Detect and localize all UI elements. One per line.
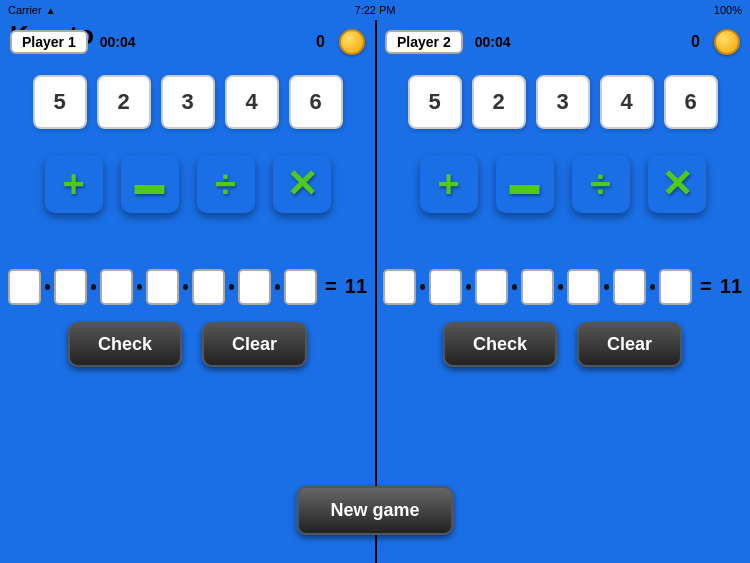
player2-eq-dot-1 [466, 284, 471, 290]
player2-eq-box-1[interactable] [429, 269, 462, 305]
player2-eq-box-0[interactable] [383, 269, 416, 305]
wifi-icon: ▲ [46, 5, 56, 16]
multiply-symbol: ✕ [286, 165, 318, 203]
player1-buttons: Check Clear [0, 314, 375, 374]
player2-eq-dot-4 [604, 284, 609, 290]
player2-eq-box-6[interactable] [659, 269, 692, 305]
player2-timer: 00:04 [475, 34, 511, 50]
player2-eq-box-3[interactable] [521, 269, 554, 305]
player2-buttons: Check Clear [375, 314, 750, 374]
player2-card-0[interactable]: 5 [408, 75, 462, 129]
player2-score: 0 [691, 33, 700, 51]
player2-eq-dot-2 [512, 284, 517, 290]
player1-op-plus[interactable]: + [45, 155, 103, 213]
player2-op-multiply[interactable]: ✕ [648, 155, 706, 213]
player1-ops: + ▬ ÷ ✕ [0, 139, 375, 229]
player1-eq-target: 11 [345, 275, 367, 298]
player1-timer: 00:04 [100, 34, 136, 50]
carrier-text: Carrier [8, 4, 42, 16]
divide-symbol-2: ÷ [590, 165, 611, 203]
multiply-symbol-2: ✕ [661, 165, 693, 203]
player1-eq-dot-3 [183, 284, 188, 290]
player2-op-plus[interactable]: + [420, 155, 478, 213]
player1-check-button[interactable]: Check [68, 322, 182, 367]
player2-panel: Player 2 00:04 0 5 2 3 4 6 + ▬ ÷ ✕ [375, 20, 750, 563]
player2-eq-box-5[interactable] [613, 269, 646, 305]
player1-header: Player 1 00:04 0 [0, 20, 375, 64]
player1-eq-dot-5 [275, 284, 280, 290]
player2-button[interactable]: Player 2 [385, 30, 463, 54]
player1-eq-dot-1 [91, 284, 96, 290]
status-bar: Carrier ▲ 7:22 PM 100% [0, 0, 750, 20]
player1-score: 0 [316, 33, 325, 51]
vertical-divider [375, 20, 377, 563]
player2-header: Player 2 00:04 0 [375, 20, 750, 64]
player1-card-4[interactable]: 6 [289, 75, 343, 129]
player2-equation: = 11 [375, 259, 750, 314]
player2-op-divide[interactable]: ÷ [572, 155, 630, 213]
player1-eq-box-6[interactable] [284, 269, 317, 305]
player1-op-multiply[interactable]: ✕ [273, 155, 331, 213]
player2-card-2[interactable]: 3 [536, 75, 590, 129]
player1-op-divide[interactable]: ÷ [197, 155, 255, 213]
player1-eq-box-4[interactable] [192, 269, 225, 305]
player2-eq-equals: = [700, 275, 712, 298]
main-area: Player 1 00:04 0 5 2 3 4 6 + ▬ ÷ ✕ [0, 20, 750, 563]
player2-clear-button[interactable]: Clear [577, 322, 682, 367]
player2-eq-box-4[interactable] [567, 269, 600, 305]
player2-coin [714, 29, 740, 55]
player2-eq-dot-0 [420, 284, 425, 290]
player1-op-minus[interactable]: ▬ [121, 155, 179, 213]
player2-card-4[interactable]: 6 [664, 75, 718, 129]
player1-eq-dot-0 [45, 284, 50, 290]
player1-button[interactable]: Player 1 [10, 30, 88, 54]
player1-eq-dot-4 [229, 284, 234, 290]
player1-cards: 5 2 3 4 6 [0, 64, 375, 139]
status-battery: 100% [714, 4, 742, 16]
player1-card-2[interactable]: 3 [161, 75, 215, 129]
player2-eq-box-2[interactable] [475, 269, 508, 305]
player2-eq-dot-3 [558, 284, 563, 290]
new-game-button[interactable]: New game [296, 486, 453, 535]
player1-eq-equals: = [325, 275, 337, 298]
player1-eq-box-1[interactable] [54, 269, 87, 305]
player2-eq-target: 11 [720, 275, 742, 298]
player2-check-button[interactable]: Check [443, 322, 557, 367]
player1-eq-dot-2 [137, 284, 142, 290]
player1-eq-box-2[interactable] [100, 269, 133, 305]
player1-eq-box-3[interactable] [146, 269, 179, 305]
new-game-container: New game [296, 486, 453, 535]
player2-cards: 5 2 3 4 6 [375, 64, 750, 139]
player1-equation: = 11 [0, 259, 375, 314]
divide-symbol: ÷ [215, 165, 236, 203]
player2-eq-dot-5 [650, 284, 655, 290]
player1-coin [339, 29, 365, 55]
player1-card-0[interactable]: 5 [33, 75, 87, 129]
player1-clear-button[interactable]: Clear [202, 322, 307, 367]
player1-card-3[interactable]: 4 [225, 75, 279, 129]
player2-op-minus[interactable]: ▬ [496, 155, 554, 213]
player1-eq-box-5[interactable] [238, 269, 271, 305]
player1-eq-box-0[interactable] [8, 269, 41, 305]
plus-symbol-2: + [437, 165, 459, 203]
plus-symbol: + [62, 165, 84, 203]
player1-panel: Player 1 00:04 0 5 2 3 4 6 + ▬ ÷ ✕ [0, 20, 375, 563]
minus-symbol-2: ▬ [510, 169, 540, 199]
player2-card-1[interactable]: 2 [472, 75, 526, 129]
status-carrier: Carrier ▲ [8, 4, 56, 16]
status-time: 7:22 PM [355, 4, 396, 16]
player1-card-1[interactable]: 2 [97, 75, 151, 129]
player2-ops: + ▬ ÷ ✕ [375, 139, 750, 229]
minus-symbol: ▬ [135, 169, 165, 199]
player2-card-3[interactable]: 4 [600, 75, 654, 129]
